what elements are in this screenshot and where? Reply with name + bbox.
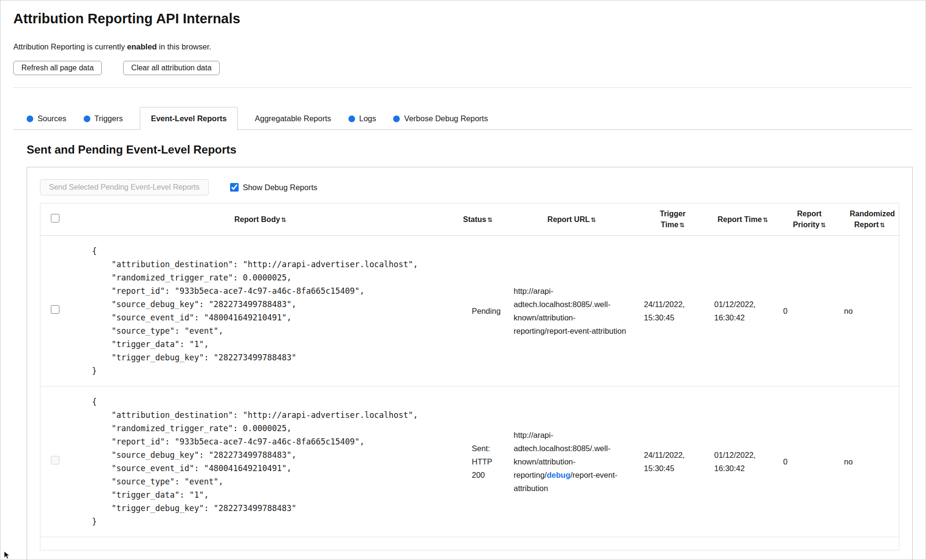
sort-icon: ⇅ <box>679 222 685 229</box>
report-row-pending: { "attribution_destination": "http://ara… <box>40 236 899 386</box>
row-select-checkbox[interactable] <box>51 456 59 464</box>
header-divider <box>13 87 913 88</box>
trigger-time-cell: 24/11/2022, 15:30:45 <box>638 236 707 386</box>
sort-icon: ⇅ <box>487 216 492 223</box>
sort-icon: ⇅ <box>763 216 768 223</box>
column-header-report-url[interactable]: Report URL⇅ <box>505 203 638 236</box>
attribution-status-text: Attribution Reporting is currently enabl… <box>13 42 913 51</box>
verbose-debug-status-dot-icon <box>393 116 400 122</box>
page-title: Attribution Reporting API Internals <box>13 11 913 27</box>
sort-icon: ⇅ <box>880 222 885 229</box>
logs-status-dot-icon <box>348 116 355 122</box>
report-time-cell: 01/12/2022, 16:30:42 <box>707 386 779 537</box>
report-url-cell: http://arapi-adtech.localhost:8085/.well… <box>505 236 638 386</box>
column-header-randomized-report-label: Randomized Report <box>850 210 895 229</box>
randomized-report-cell: no <box>840 236 899 386</box>
row-checkbox-cell <box>40 236 70 386</box>
column-header-status-label: Status <box>463 215 486 223</box>
refresh-all-page-data-button[interactable]: Refresh all page data <box>13 61 102 75</box>
sort-icon: ⇅ <box>590 216 596 223</box>
column-header-randomized-report[interactable]: Randomized Report⇅ <box>840 203 899 236</box>
report-priority-cell: 0 <box>779 386 840 537</box>
select-all-header-cell <box>40 203 70 236</box>
reports-panel: Send Selected Pending Event-Level Report… <box>27 167 913 560</box>
table-footer-spacer <box>40 537 899 550</box>
sort-icon: ⇅ <box>281 216 286 223</box>
report-body-cell: { "attribution_destination": "http://ara… <box>70 386 451 537</box>
sort-icon: ⇅ <box>820 222 826 229</box>
section-title: Sent and Pending Event-Level Reports <box>27 143 913 156</box>
tab-logs[interactable]: Logs <box>348 108 376 129</box>
triggers-status-dot-icon <box>84 116 90 122</box>
row-checkbox-cell <box>40 386 70 537</box>
tab-event-level-reports-label: Event-Level Reports <box>151 114 227 123</box>
sources-status-dot-icon <box>27 116 33 122</box>
show-debug-reports-label: Show Debug Reports <box>243 183 318 192</box>
table-header-row: Report Body⇅ Status⇅ Report URL⇅ Trigger… <box>40 203 899 236</box>
report-url-text: http://arapi-adtech.localhost:8085/.well… <box>514 287 627 335</box>
event-level-reports-section: Sent and Pending Event-Level Reports Sen… <box>0 143 926 560</box>
tab-triggers-label: Triggers <box>95 114 123 123</box>
report-body-json: { "attribution_destination": "http://ara… <box>92 395 447 528</box>
report-url-cell: http://arapi-adtech.localhost:8085/.well… <box>505 386 638 537</box>
status-emphasis: enabled <box>127 42 156 51</box>
tab-sources[interactable]: Sources <box>27 108 67 129</box>
mouse-cursor-icon <box>4 551 10 559</box>
tab-sources-label: Sources <box>38 114 67 123</box>
tab-event-level-reports[interactable]: Event-Level Reports <box>140 107 238 130</box>
report-body-cell: { "attribution_destination": "http://ara… <box>70 236 451 386</box>
column-header-trigger-time[interactable]: Trigger Time⇅ <box>638 203 707 236</box>
clear-all-attribution-data-button[interactable]: Clear all attribution data <box>123 61 220 75</box>
column-header-report-body-label: Report Body <box>234 215 280 223</box>
tab-aggregatable-reports[interactable]: Aggregatable Reports <box>255 108 331 129</box>
column-header-report-time[interactable]: Report Time⇅ <box>707 203 779 236</box>
column-header-report-time-label: Report Time <box>718 215 762 223</box>
row-select-checkbox[interactable] <box>51 305 59 314</box>
report-time-cell: 01/12/2022, 16:30:42 <box>707 236 779 386</box>
status-suffix: in this browser. <box>157 42 212 51</box>
report-priority-cell: 0 <box>779 236 840 386</box>
column-header-status[interactable]: Status⇅ <box>451 203 505 236</box>
column-header-report-priority[interactable]: Report Priority⇅ <box>779 203 840 236</box>
attribution-internals-page: Attribution Reporting API Internals Attr… <box>0 0 926 560</box>
status-cell: Pending <box>451 236 505 386</box>
tab-logs-label: Logs <box>359 114 376 123</box>
trigger-time-cell: 24/11/2022, 15:30:45 <box>638 386 707 537</box>
event-level-reports-table: Report Body⇅ Status⇅ Report URL⇅ Trigger… <box>40 203 899 550</box>
randomized-report-cell: no <box>840 386 899 537</box>
page-header: Attribution Reporting API Internals Attr… <box>0 0 926 88</box>
column-header-report-url-label: Report URL <box>548 215 590 223</box>
header-buttons: Refresh all page data Clear all attribut… <box>13 61 913 75</box>
tab-aggregatable-reports-label: Aggregatable Reports <box>255 114 331 123</box>
status-cell: Sent: HTTP 200 <box>451 386 505 537</box>
debug-url-segment: debug <box>547 471 570 479</box>
tab-verbose-debug-reports-label: Verbose Debug Reports <box>404 114 488 123</box>
report-body-json: { "attribution_destination": "http://ara… <box>92 244 447 377</box>
column-header-report-body[interactable]: Report Body⇅ <box>70 203 451 236</box>
panel-controls: Send Selected Pending Event-Level Report… <box>40 179 899 195</box>
show-debug-reports-toggle[interactable]: Show Debug Reports <box>230 183 318 192</box>
tab-triggers[interactable]: Triggers <box>84 108 123 129</box>
table-footer-spacer-cell <box>40 537 899 550</box>
column-header-report-priority-label: Report Priority <box>793 210 821 229</box>
status-prefix: Attribution Reporting is currently <box>13 42 127 51</box>
tab-verbose-debug-reports[interactable]: Verbose Debug Reports <box>393 108 488 129</box>
report-row-sent: { "attribution_destination": "http://ara… <box>40 386 899 537</box>
send-selected-reports-button[interactable]: Send Selected Pending Event-Level Report… <box>40 179 209 195</box>
select-all-checkbox[interactable] <box>51 214 59 222</box>
tab-bar: Sources Triggers Event-Level Reports Agg… <box>13 107 913 130</box>
show-debug-reports-checkbox[interactable] <box>230 183 239 192</box>
